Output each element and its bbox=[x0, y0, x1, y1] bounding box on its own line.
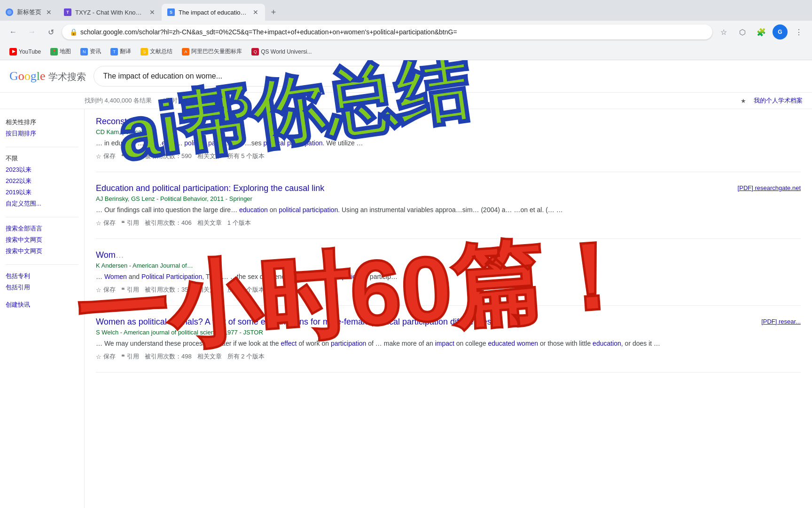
result-1-versions-label: 所有 5 个版本 bbox=[227, 152, 265, 160]
bookmark-maps[interactable]: 📍 地图 bbox=[47, 46, 75, 57]
result-2-pdf[interactable]: [PDF] researchgate.net bbox=[738, 183, 801, 192]
logo-o1: o bbox=[18, 69, 24, 83]
tab-2[interactable]: T TXYZ - Chat With Knowledge ✕ bbox=[58, 4, 162, 21]
result-3-versions[interactable]: 所有 2 个版本 bbox=[227, 286, 265, 294]
scholar-toolbar: 找到约 4,400,000 各结果 （用时 0.06 秒） ★ 我的个人学术档案 bbox=[0, 93, 812, 109]
bookmark-button[interactable]: ☆ bbox=[716, 24, 731, 40]
result-3-related[interactable]: 相关文章 bbox=[197, 286, 222, 294]
screenshot-button[interactable]: ⬡ bbox=[735, 24, 750, 40]
result-2-title-link[interactable]: Education and political participation: E… bbox=[96, 183, 324, 193]
result-2-row: Education and political participation: E… bbox=[96, 183, 801, 227]
result-1-cite-label: 引用 bbox=[127, 152, 139, 160]
result-1-related[interactable]: 相关文章 bbox=[197, 152, 222, 160]
result-2-author2[interactable]: GS Lenz bbox=[131, 195, 155, 202]
result-3: Wom… K Andersen - American Journal of… …… bbox=[96, 250, 801, 306]
bookmark-maps-label: 地图 bbox=[60, 48, 71, 56]
result-3-snippet: … Women and Political Participation, T… … bbox=[96, 272, 801, 282]
result-2-title-text1: Education and political participation bbox=[96, 183, 228, 193]
result-3-save[interactable]: ☆保存 bbox=[96, 286, 116, 294]
result-2-related[interactable]: 相关文章 bbox=[197, 219, 222, 227]
svg-marker-1 bbox=[12, 50, 16, 53]
result-1-cited-by[interactable]: 被引用次数：590 bbox=[145, 152, 192, 160]
result-4-pdf[interactable]: [PDF] resear... bbox=[761, 317, 801, 325]
result-4-save[interactable]: ☆保存 bbox=[96, 352, 116, 361]
result-2-meta: AJ Berinsky, GS Lenz - Political Behavio… bbox=[96, 195, 726, 202]
result-3-cited-by[interactable]: 被引用次数：355 bbox=[145, 286, 192, 294]
tab-3-close[interactable]: ✕ bbox=[252, 8, 259, 17]
result-3-title: Wom… bbox=[96, 250, 801, 260]
bookmark-qs[interactable]: Q QS World Universi... bbox=[248, 46, 315, 57]
url-bar[interactable]: 🔒 scholar.google.com/scholar?hl=zh-CN&as… bbox=[62, 24, 712, 40]
result-1-versions[interactable]: 所有 5 个版本 bbox=[227, 152, 265, 160]
bookmark-youtube[interactable]: YouTube bbox=[6, 46, 45, 57]
result-3-cite-label: 引用 bbox=[127, 286, 139, 294]
result-2-save[interactable]: ☆保存 bbox=[96, 219, 116, 227]
create-alert-link[interactable]: 创建快讯 bbox=[6, 301, 78, 309]
result-2-author1[interactable]: AJ Berinsky bbox=[96, 195, 128, 202]
result-2-cite[interactable]: ❝引用 bbox=[121, 219, 139, 227]
sidebar-time-2019[interactable]: 2019以来 bbox=[6, 187, 78, 198]
profile-button[interactable]: G bbox=[773, 24, 788, 40]
sidebar-lang-all[interactable]: 搜索全部语言 bbox=[6, 223, 78, 234]
sidebar-include-patents[interactable]: 包括专利 bbox=[6, 270, 78, 282]
result-1-save[interactable]: ☆保存 bbox=[96, 152, 116, 160]
result-1-cite[interactable]: ❝引用 bbox=[121, 152, 139, 160]
result-4-cite[interactable]: ❝引用 bbox=[121, 352, 139, 361]
result-3-save-label: 保存 bbox=[103, 286, 116, 294]
result-2-pdf-link[interactable]: [PDF] researchgate.net bbox=[738, 184, 801, 191]
my-profile-link[interactable]: 我的个人学术档案 bbox=[754, 96, 803, 105]
bookmark-iconfont[interactable]: A 阿里巴巴矢量图标库 bbox=[178, 46, 246, 57]
sidebar-time-2022[interactable]: 2022以来 bbox=[6, 175, 78, 187]
reload-button[interactable]: ↺ bbox=[43, 24, 58, 40]
result-3-title-link[interactable]: Wom… bbox=[96, 250, 124, 260]
result-2: Education and political participation: E… bbox=[96, 183, 801, 239]
more-button[interactable]: ⋮ bbox=[791, 24, 806, 40]
result-2-cited-by[interactable]: 被引用次数：406 bbox=[145, 219, 192, 227]
result-3-author1[interactable]: K Andersen bbox=[96, 262, 127, 269]
back-button[interactable]: ← bbox=[6, 24, 21, 40]
bookmark-scholar-summary[interactable]: S 文献总结 bbox=[137, 46, 176, 57]
bookmark-news[interactable]: N 资讯 bbox=[77, 46, 105, 57]
result-4-cited-by[interactable]: 被引用次数：498 bbox=[145, 352, 192, 361]
result-4-title-link[interactable]: Women as political animals? A test of so… bbox=[96, 317, 492, 326]
result-1-title-link[interactable]: Reconstr…… bbox=[96, 117, 147, 126]
tab-2-close[interactable]: ✕ bbox=[148, 8, 156, 17]
result-4-author1[interactable]: S Welch bbox=[96, 329, 118, 336]
bookmark-iconfont-label: 阿里巴巴矢量图标库 bbox=[191, 48, 242, 56]
result-4-title-political: political bbox=[139, 317, 167, 326]
sidebar-include-citations[interactable]: 包括引用 bbox=[6, 282, 78, 293]
result-2-related-label: 相关文章 bbox=[197, 219, 222, 227]
sidebar-divider-1 bbox=[6, 147, 78, 147]
result-2-versions[interactable]: 1 个版本 bbox=[227, 219, 251, 227]
sidebar: 相关性排序 按日期排序 不限 2023以来 2022以来 2019以来 自定义范… bbox=[0, 109, 85, 508]
bookmark-news-label: 资讯 bbox=[90, 48, 101, 56]
sidebar-sort-relevance[interactable]: 相关性排序 bbox=[6, 117, 78, 128]
result-1-author1[interactable]: CD Kam bbox=[96, 128, 119, 135]
tab-1[interactable]: 新标签页 ✕ bbox=[0, 4, 58, 21]
new-tab-button[interactable]: + bbox=[265, 4, 282, 21]
forward-button[interactable]: → bbox=[24, 24, 39, 40]
search-input[interactable] bbox=[94, 66, 422, 87]
sidebar-time-2023[interactable]: 2023以来 bbox=[6, 164, 78, 175]
sidebar-sort-section: 相关性排序 按日期排序 bbox=[6, 117, 78, 139]
result-1-meta-suffix: political… bbox=[122, 128, 148, 135]
google-logo: Google 学术搜索 bbox=[9, 69, 86, 83]
tab-3[interactable]: S The impact of education on w... ✕ bbox=[162, 4, 265, 21]
sidebar-lang-cn1[interactable]: 搜索中文网页 bbox=[6, 234, 78, 246]
bookmark-translate[interactable]: T 翻译 bbox=[107, 46, 135, 57]
extension-button[interactable]: 🧩 bbox=[754, 24, 769, 40]
sidebar-time-custom[interactable]: 自定义范围... bbox=[6, 198, 78, 209]
result-4-related[interactable]: 相关文章 bbox=[197, 352, 222, 361]
sidebar-time-any[interactable]: 不限 bbox=[6, 153, 78, 164]
sidebar-divider-3 bbox=[6, 264, 78, 265]
result-1-meta: CD Kam, political… bbox=[96, 128, 801, 135]
result-1-snippet: … in educa… …t of …educ… political par… … bbox=[96, 138, 801, 148]
result-4-title-participation: participation bbox=[402, 317, 448, 326]
result-4-versions[interactable]: 所有 2 个版本 bbox=[227, 352, 265, 361]
tab-1-close[interactable]: ✕ bbox=[45, 8, 53, 17]
result-3-cite[interactable]: ❝引用 bbox=[121, 286, 139, 294]
address-bar: ← → ↺ 🔒 scholar.google.com/scholar?hl=zh… bbox=[0, 21, 812, 43]
sidebar-sort-date[interactable]: 按日期排序 bbox=[6, 128, 78, 139]
result-4-pdf-link[interactable]: [PDF] resear... bbox=[761, 318, 801, 325]
sidebar-lang-cn2[interactable]: 搜索中文网页 bbox=[6, 246, 78, 257]
